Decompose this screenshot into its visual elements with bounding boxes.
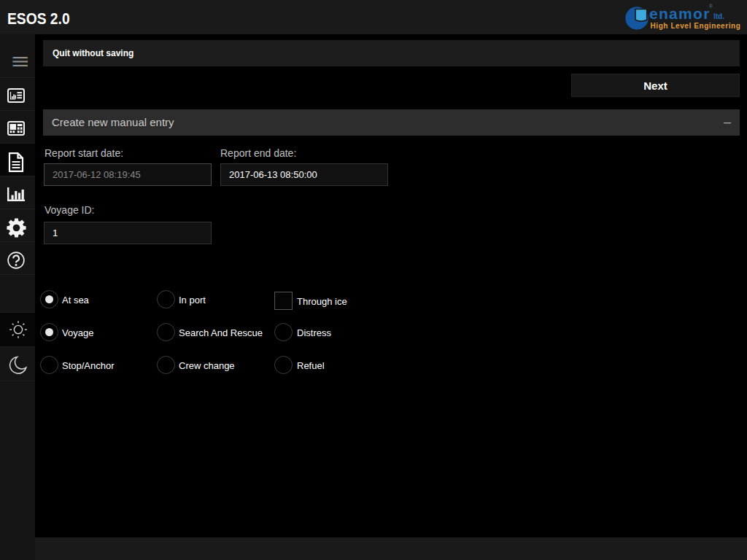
svg-text:High Level Engineering: High Level Engineering [651,22,741,30]
svg-text:ltd.: ltd. [713,12,724,20]
svg-text:enamor: enamor [649,5,711,22]
svg-text:®: ® [709,4,713,9]
